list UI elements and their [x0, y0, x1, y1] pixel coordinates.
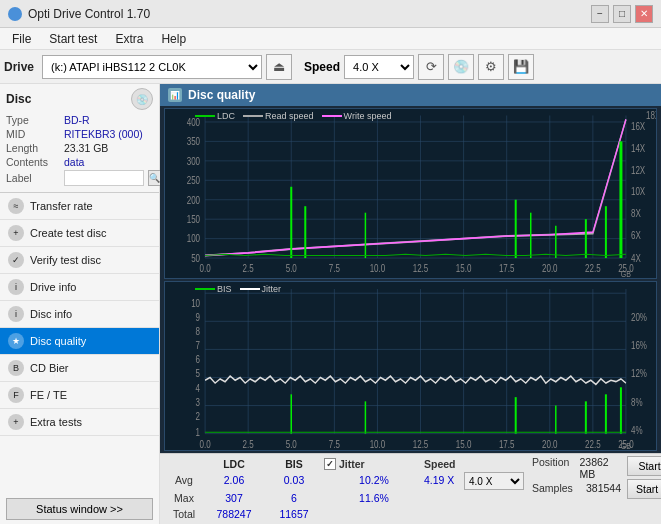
chart1-wrapper: LDC Read speed Write speed: [164, 108, 657, 279]
disc-mid-row: MID RITEKBR3 (000): [6, 128, 153, 140]
nav-fe-te[interactable]: F FE / TE: [0, 382, 159, 409]
nav-cd-bier[interactable]: B CD Bier: [0, 355, 159, 382]
menu-extra[interactable]: Extra: [107, 30, 151, 48]
disc-label-row: Label 🔍: [6, 170, 153, 186]
disc-length-val: 23.31 GB: [64, 142, 108, 154]
disc-quality-icon: ★: [8, 333, 24, 349]
nav-disc-quality[interactable]: ★ Disc quality: [0, 328, 159, 355]
svg-text:0.0: 0.0: [200, 263, 211, 274]
stats-avg-bis: 0.03: [264, 472, 324, 490]
chart-icon: 📊: [168, 88, 182, 102]
legend-read-speed: Read speed: [243, 111, 314, 121]
speed-label: Speed: [304, 60, 340, 74]
drive-select[interactable]: (k:) ATAPI iHBS112 2 CL0K: [42, 55, 262, 79]
nav-drive-info-label: Drive info: [30, 281, 76, 293]
menu-bar: File Start test Extra Help: [0, 28, 661, 50]
position-key: Position: [532, 456, 575, 480]
speed-select[interactable]: 4.0 X: [344, 55, 414, 79]
disc-type-val: BD-R: [64, 114, 90, 126]
svg-text:350: 350: [187, 136, 200, 147]
svg-text:7.5: 7.5: [329, 263, 340, 274]
nav-transfer-rate[interactable]: ≈ Transfer rate: [0, 193, 159, 220]
svg-text:0.0: 0.0: [200, 437, 212, 450]
disc-info-icon: i: [8, 306, 24, 322]
speed-value-select[interactable]: 4.0 X: [464, 472, 524, 490]
close-button[interactable]: ✕: [635, 5, 653, 23]
svg-text:9: 9: [196, 310, 200, 323]
stats-avg-ldc: 2.06: [204, 472, 264, 490]
nav-transfer-rate-label: Transfer rate: [30, 200, 93, 212]
stats-avg-label: Avg: [164, 472, 204, 490]
disc-length-row: Length 23.31 GB: [6, 142, 153, 154]
svg-text:15.0: 15.0: [456, 437, 472, 450]
stats-avg-row: Avg 2.06 0.03 10.2% 4.19 X 4.0 X: [164, 472, 524, 490]
svg-text:12X: 12X: [631, 165, 645, 176]
legend-bis-text: BIS: [217, 284, 232, 294]
position-val: 23862 MB: [579, 456, 621, 480]
svg-text:12.5: 12.5: [413, 263, 429, 274]
samples-key: Samples: [532, 482, 582, 494]
menu-help[interactable]: Help: [153, 30, 194, 48]
svg-text:8X: 8X: [631, 208, 641, 219]
nav-disc-info[interactable]: i Disc info: [0, 301, 159, 328]
disc-length-key: Length: [6, 142, 60, 154]
content-area: 📊 Disc quality LDC Read speed: [160, 84, 661, 524]
svg-text:20.0: 20.0: [542, 263, 558, 274]
nav-create-test-disc[interactable]: + Create test disc: [0, 220, 159, 247]
verify-test-disc-icon: ✓: [8, 252, 24, 268]
legend-jitter: Jitter: [240, 284, 282, 294]
stats-col-empty: [164, 456, 204, 472]
legend-read-speed-text: Read speed: [265, 111, 314, 121]
svg-text:22.5: 22.5: [585, 437, 601, 450]
menu-start-test[interactable]: Start test: [41, 30, 105, 48]
stats-avg-speed: 4.19 X: [424, 472, 464, 490]
save-button[interactable]: 💾: [508, 54, 534, 80]
refresh-button[interactable]: ⟳: [418, 54, 444, 80]
svg-text:4: 4: [196, 381, 201, 394]
svg-text:14X: 14X: [631, 143, 645, 154]
maximize-button[interactable]: □: [613, 5, 631, 23]
svg-text:5.0: 5.0: [286, 437, 298, 450]
stats-max-label: Max: [164, 490, 204, 506]
start-full-button[interactable]: Start full: [627, 456, 661, 476]
svg-text:250: 250: [187, 175, 200, 186]
svg-text:10: 10: [191, 296, 200, 309]
fe-te-icon: F: [8, 387, 24, 403]
legend-jitter-dot: [240, 288, 260, 290]
disc-icon: 💿: [131, 88, 153, 110]
burn-button[interactable]: 💿: [448, 54, 474, 80]
stats-max-ldc: 307: [204, 490, 264, 506]
disc-label-key: Label: [6, 172, 60, 184]
settings-button[interactable]: ⚙: [478, 54, 504, 80]
legend-write-speed-text: Write speed: [344, 111, 392, 121]
disc-type-row: Type BD-R: [6, 114, 153, 126]
svg-text:5.0: 5.0: [286, 263, 297, 274]
stats-table: LDC BIS ✓ Jitter Speed Avg 2.06 0.03 10.…: [164, 456, 524, 522]
stats-header-row: LDC BIS ✓ Jitter Speed: [164, 456, 524, 472]
status-window-btn[interactable]: Status window >>: [6, 498, 153, 520]
charts-container: LDC Read speed Write speed: [160, 106, 661, 453]
menu-file[interactable]: File: [4, 30, 39, 48]
nav-drive-info[interactable]: i Drive info: [0, 274, 159, 301]
svg-text:6X: 6X: [631, 230, 641, 241]
chart2-wrapper: BIS Jitter: [164, 281, 657, 452]
svg-text:100: 100: [187, 234, 200, 245]
disc-label-input[interactable]: [64, 170, 144, 186]
sidebar: Disc 💿 Type BD-R MID RITEKBR3 (000) Leng…: [0, 84, 160, 524]
legend-ldc: LDC: [195, 111, 235, 121]
start-part-button[interactable]: Start part: [627, 479, 661, 499]
legend-jitter-text: Jitter: [262, 284, 282, 294]
eject-button[interactable]: ⏏: [266, 54, 292, 80]
app-icon: [8, 7, 22, 21]
svg-text:2.5: 2.5: [243, 263, 254, 274]
svg-text:12.5: 12.5: [413, 437, 429, 450]
nav-extra-tests[interactable]: + Extra tests: [0, 409, 159, 436]
nav-fe-te-label: FE / TE: [30, 389, 67, 401]
svg-text:150: 150: [187, 214, 200, 225]
chart-header: 📊 Disc quality: [160, 84, 661, 106]
svg-text:8: 8: [196, 324, 200, 337]
jitter-checkbox[interactable]: ✓: [324, 458, 336, 470]
nav-verify-test-disc[interactable]: ✓ Verify test disc: [0, 247, 159, 274]
minimize-button[interactable]: −: [591, 5, 609, 23]
position-row: Position 23862 MB: [532, 456, 621, 480]
